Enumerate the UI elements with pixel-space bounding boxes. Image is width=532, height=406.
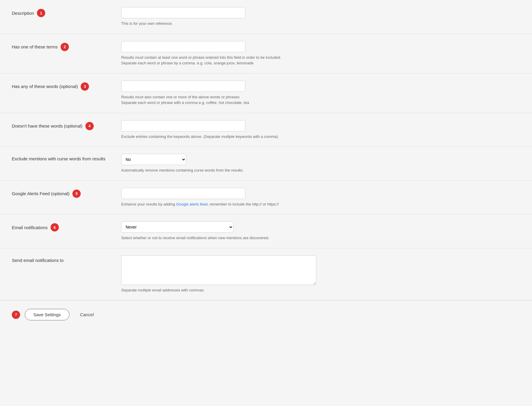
input-col-send-email-to: Separate multiple email addresses with c…: [121, 255, 520, 293]
label-email-notifications: Email notifications: [12, 224, 48, 231]
badge-has-one-terms: 2: [61, 43, 69, 51]
label-col-doesnt-have-words: Doesn't have these words (optional) 4: [12, 120, 121, 130]
input-col-doesnt-have-words: Exclude entries containing the keywords …: [121, 120, 520, 140]
send-email-to-hint: Separate multiple email addresses with c…: [121, 287, 520, 293]
input-col-exclude-curse-words: No Yes Automatically remove mentions con…: [121, 154, 520, 173]
exclude-curse-words-hint: Automatically remove mentions containing…: [121, 167, 520, 173]
form-row-send-email-to: Send email notifications to Separate mul…: [0, 248, 532, 301]
description-input[interactable]: [121, 7, 245, 18]
label-doesnt-have-words: Doesn't have these words (optional): [12, 123, 82, 129]
input-col-has-any-words: Results must also contain one or more of…: [121, 81, 520, 106]
badge-google-alerts-feed: 5: [72, 190, 81, 198]
has-any-words-hint: Results must also contain one or more of…: [121, 94, 520, 106]
label-has-any-words: Has any of these words (optional): [12, 83, 78, 89]
google-alerts-feed-hint: Enhance your results by adding Google al…: [121, 201, 520, 207]
input-col-email-notifications: Never Daily Weekly Immediately Select wh…: [121, 221, 520, 241]
label-send-email-to: Send email notifications to: [12, 257, 64, 263]
google-alerts-feed-input[interactable]: [121, 188, 245, 199]
badge-save-settings: 7: [12, 311, 20, 319]
form-container: Description 1 This is for your own refer…: [0, 0, 532, 406]
save-settings-button[interactable]: Save Settings: [25, 309, 69, 320]
has-any-words-input[interactable]: [121, 81, 245, 92]
buttons-row: 7 Save Settings Cancel: [0, 300, 532, 329]
label-col-has-one-terms: Has one of these terms 2: [12, 41, 121, 51]
label-description: Description: [12, 10, 34, 16]
cancel-button[interactable]: Cancel: [74, 309, 100, 320]
badge-description: 1: [37, 9, 45, 17]
badge-doesnt-have-words: 4: [85, 122, 94, 130]
form-row-doesnt-have-words: Doesn't have these words (optional) 4 Ex…: [0, 113, 532, 147]
description-hint: This is for your own reference.: [121, 21, 520, 27]
email-notifications-select[interactable]: Never Daily Weekly Immediately: [121, 221, 233, 233]
form-row-email-notifications: Email notifications 6 Never Daily Weekly…: [0, 214, 532, 248]
input-col-description: This is for your own reference.: [121, 7, 520, 27]
exclude-curse-words-select[interactable]: No Yes: [121, 154, 186, 165]
form-row-exclude-curse-words: Exclude mentions with curse words from r…: [0, 147, 532, 181]
label-col-exclude-curse-words: Exclude mentions with curse words from r…: [12, 154, 121, 162]
doesnt-have-words-hint: Exclude entries containing the keywords …: [121, 134, 520, 140]
label-col-description: Description 1: [12, 7, 121, 17]
doesnt-have-words-input[interactable]: [121, 120, 245, 131]
label-exclude-curse-words: Exclude mentions with curse words from r…: [12, 156, 106, 162]
label-col-google-alerts-feed: Google Alerts Feed (optional) 5: [12, 188, 121, 198]
label-col-has-any-words: Has any of these words (optional) 3: [12, 81, 121, 91]
form-row-google-alerts-feed: Google Alerts Feed (optional) 5 Enhance …: [0, 181, 532, 215]
label-col-send-email-to: Send email notifications to: [12, 255, 121, 263]
badge-email-notifications: 6: [51, 223, 59, 231]
input-col-google-alerts-feed: Enhance your results by adding Google al…: [121, 188, 520, 207]
has-one-terms-hint: Results must contain at least one word o…: [121, 55, 520, 66]
label-google-alerts-feed: Google Alerts Feed (optional): [12, 190, 69, 197]
form-row-has-any-words: Has any of these words (optional) 3 Resu…: [0, 74, 532, 113]
label-col-email-notifications: Email notifications 6: [12, 221, 121, 231]
send-email-to-textarea[interactable]: [121, 255, 316, 285]
has-one-terms-input[interactable]: [121, 41, 245, 52]
google-alerts-feed-link[interactable]: Google alerts feed: [176, 202, 207, 206]
input-col-has-one-terms: Results must contain at least one word o…: [121, 41, 520, 66]
email-notifications-hint: Select whether or not to receive email n…: [121, 235, 520, 241]
badge-has-any-words: 3: [81, 82, 89, 91]
form-row-description: Description 1 This is for your own refer…: [0, 0, 532, 34]
form-row-has-one-terms: Has one of these terms 2 Results must co…: [0, 34, 532, 74]
label-has-one-terms: Has one of these terms: [12, 44, 58, 50]
